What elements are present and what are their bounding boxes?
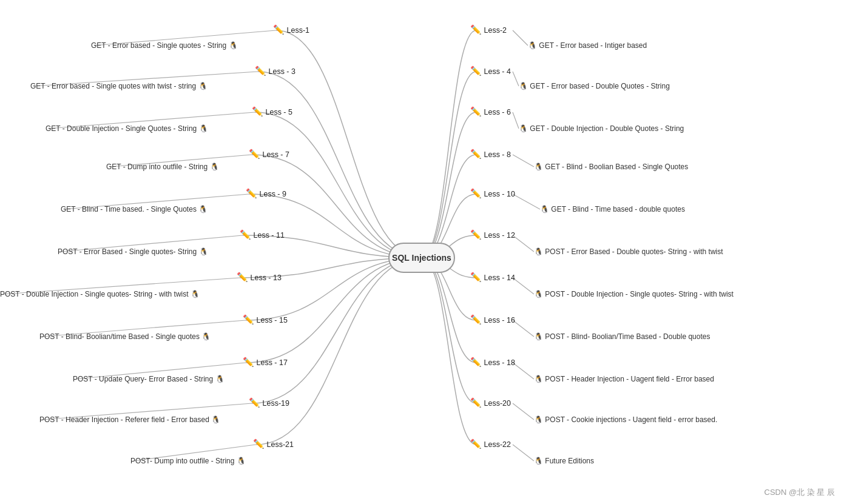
- center-node: SQL Injections: [388, 243, 455, 273]
- right-branch-less18[interactable]: ✏️ Less - 18: [470, 357, 515, 368]
- watermark: CSDN @北 染 星 辰: [764, 487, 835, 498]
- right-leaf-less18: 🐧 POST - Header Injection - Uagent field…: [534, 375, 714, 383]
- right-leaf-less22: 🐧 Future Editions: [534, 457, 594, 465]
- right-leaf-less4: 🐧 GET - Error based - Double Quotes - St…: [519, 82, 670, 90]
- left-leaf-less9: GET - Blind - Time based. - Single Quote…: [61, 205, 208, 213]
- right-branch-less22[interactable]: ✏️ Less-22: [470, 438, 511, 449]
- right-branch-less20[interactable]: ✏️ Less-20: [470, 397, 511, 408]
- right-branch-less4[interactable]: ✏️ Less - 4: [470, 66, 511, 76]
- right-branch-less12[interactable]: ✏️ Less - 12: [470, 229, 515, 240]
- left-branch-less11[interactable]: ✏️ Less - 11: [240, 229, 285, 240]
- left-leaf-less13: POST - Double Injection - Single quotes-…: [0, 290, 200, 298]
- right-leaf-less14: 🐧 POST - Double Injection - Single quote…: [534, 290, 734, 298]
- left-leaf-less11: POST - Error Based - Single quotes- Stri…: [58, 247, 208, 256]
- left-branch-less17[interactable]: ✏️ Less - 17: [243, 357, 288, 368]
- right-leaf-less20: 🐧 POST - Cookie injections - Uagent fiel…: [534, 415, 717, 424]
- right-leaf-less6: 🐧 GET - Double Injection - Double Quotes…: [519, 124, 684, 133]
- left-leaf-less21: POST- Dump into outfile - String 🐧: [130, 457, 246, 465]
- left-branch-less21[interactable]: ✏️ Less-21: [253, 438, 294, 449]
- right-branch-less10[interactable]: ✏️ Less - 10: [470, 188, 515, 199]
- right-leaf-less10: 🐧 GET - Blind - Time based - double quot…: [540, 205, 685, 213]
- left-leaf-less5: GET - Double Injection - Single Quotes -…: [46, 124, 208, 133]
- left-leaf-less1: GET - Error based - Single quotes - Stri…: [91, 41, 238, 50]
- left-branch-less3[interactable]: ✏️ Less - 3: [255, 66, 295, 76]
- mind-map: SQL Injections✏️ Less-1GET - Error based…: [0, 0, 847, 504]
- left-branch-less7[interactable]: ✏️ Less - 7: [249, 149, 289, 160]
- left-leaf-less15: POST - Blind- Boolian/time Based - Singl…: [39, 332, 211, 341]
- left-branch-less9[interactable]: ✏️ Less - 9: [246, 188, 286, 199]
- left-branch-less1[interactable]: ✏️ Less-1: [273, 24, 309, 35]
- right-branch-less16[interactable]: ✏️ Less - 16: [470, 314, 515, 325]
- right-leaf-less16: 🐧 POST - Blind- Boolian/Time Based - Dou…: [534, 332, 710, 341]
- left-leaf-less7: GET - Dump into outfile - String 🐧: [106, 163, 219, 171]
- left-branch-less13[interactable]: ✏️ Less - 13: [237, 272, 282, 283]
- right-leaf-less12: 🐧 POST - Error Based - Double quotes- St…: [534, 247, 723, 256]
- right-leaf-less8: 🐧 GET - Blind - Boolian Based - Single Q…: [534, 163, 688, 171]
- right-branch-less6[interactable]: ✏️ Less - 6: [470, 106, 511, 117]
- right-branch-less2[interactable]: ✏️ Less-2: [470, 24, 507, 35]
- left-leaf-less17: POST - Update Query- Error Based - Strin…: [73, 375, 224, 383]
- right-branch-less14[interactable]: ✏️ Less - 14: [470, 272, 515, 283]
- left-branch-less15[interactable]: ✏️ Less - 15: [243, 314, 288, 325]
- right-branch-less8[interactable]: ✏️ Less - 8: [470, 149, 511, 160]
- left-branch-less5[interactable]: ✏️ Less - 5: [252, 106, 292, 117]
- left-leaf-less3: GET - Error based - Single quotes with t…: [30, 82, 208, 90]
- left-leaf-less19: POST - Header Injection - Referer field …: [39, 415, 220, 424]
- right-leaf-less2: 🐧 GET - Error based - Intiger based: [528, 41, 647, 50]
- left-branch-less19[interactable]: ✏️ Less-19: [249, 397, 289, 408]
